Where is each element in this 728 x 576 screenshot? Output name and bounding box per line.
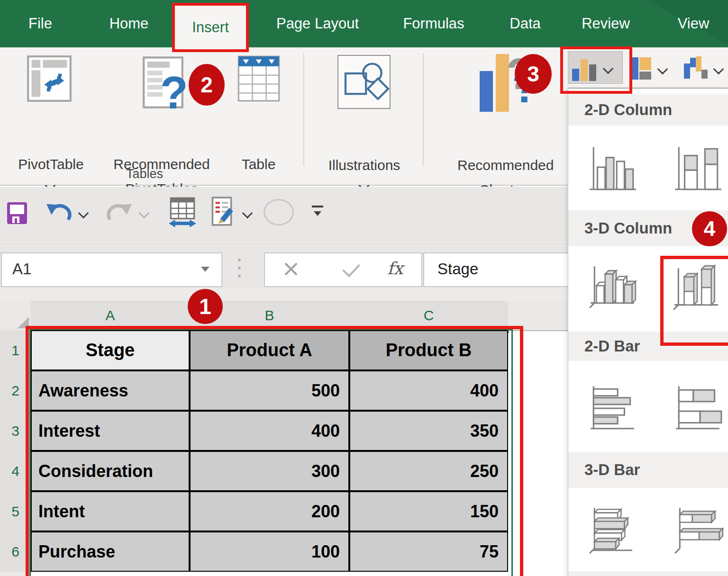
ribbon-tab-bar: File Home Page Layout Formulas Data Revi…	[0, 0, 728, 47]
customize-quick-access-icon[interactable]	[314, 211, 321, 216]
annotation-badge-3: 3	[515, 54, 552, 94]
group-separator	[423, 53, 424, 166]
annotation-box-3d-stacked-column	[660, 256, 728, 346]
name-box[interactable]: A1	[1, 252, 222, 287]
insert-function-fx-icon[interactable]: fx	[387, 253, 403, 284]
enter-check-icon[interactable]	[342, 259, 360, 278]
clustered-bar-icon[interactable]	[586, 382, 639, 435]
ribbon-tab-file[interactable]: File	[28, 0, 52, 47]
3d-clustered-column-icon[interactable]	[586, 261, 639, 314]
ribbon-tab-data[interactable]: Data	[510, 0, 540, 47]
recommended-charts-icon[interactable]	[480, 71, 493, 112]
3d-clustered-bar-icon[interactable]	[586, 503, 639, 556]
formula-bar-value: Stage	[437, 253, 478, 284]
pivottable-icon[interactable]	[27, 55, 72, 102]
insert-waterfall-chart-icon	[690, 58, 696, 67]
insert-hierarchy-chart-button[interactable]	[629, 57, 651, 80]
ribbon-tab-view[interactable]: View	[678, 0, 710, 47]
excel-window: File Home Page Layout Formulas Data Revi…	[0, 0, 728, 576]
save-icon[interactable]	[7, 202, 27, 224]
annotation-badge-2: 2	[189, 64, 225, 106]
section-2d-column: 2-D Column	[568, 94, 728, 126]
customize-quick-access-icon[interactable]	[312, 206, 323, 207]
undo-dropdown-chevron-icon[interactable]	[80, 209, 87, 219]
recommended-charts-button[interactable]: Recommended	[457, 157, 543, 173]
name-box-value: A1	[12, 253, 31, 284]
name-box-dropdown-icon[interactable]	[201, 267, 209, 272]
insert-hierarchy-chart-icon	[639, 57, 651, 70]
insert-waterfall-chart-icon	[696, 56, 701, 72]
annotation-badge-1: 1	[188, 289, 223, 324]
ribbon-tab-page-layout[interactable]: Page Layout	[276, 0, 359, 47]
insert-waterfall-chart-icon	[701, 70, 708, 79]
insert-waterfall-chart-icon	[684, 63, 690, 79]
stacked-column-icon[interactable]	[671, 143, 724, 196]
section-next-partial	[568, 571, 728, 576]
oval-shape-icon[interactable]	[264, 199, 294, 225]
insert-waterfall-chart-button[interactable]	[684, 56, 708, 79]
undo-icon[interactable]	[46, 200, 73, 225]
waterfall-chart-chevron-icon[interactable]	[715, 65, 722, 75]
clustered-column-icon[interactable]	[586, 143, 639, 196]
ribbon-tab-insert-active[interactable]: Insert	[172, 3, 249, 52]
tables-group-label: Tables	[73, 167, 216, 181]
formula-buttons-box: fx	[264, 252, 422, 287]
3d-stacked-bar-icon[interactable]	[671, 503, 724, 556]
form-edit-icon[interactable]	[208, 196, 236, 229]
ribbon-tab-insert-label: Insert	[192, 19, 229, 36]
chart-type-dropdown: 2-D Column 3-D Column 2-D Bar 3-D Bar	[568, 88, 728, 576]
cancel-icon[interactable]	[284, 262, 298, 276]
formula-bar-drag-dots-icon[interactable]	[238, 275, 241, 278]
annotation-box-chart-button	[560, 46, 632, 94]
formula-bar-drag-dots-icon[interactable]	[238, 267, 241, 270]
ribbon-tab-home[interactable]: Home	[109, 0, 149, 47]
autofit-column-width-icon[interactable]	[167, 196, 198, 230]
question-mark-icon: ?	[160, 70, 188, 116]
redo-dropdown-chevron-icon[interactable]	[140, 209, 148, 219]
annotation-badge-4: 4	[692, 211, 727, 246]
insert-hierarchy-chart-icon	[639, 72, 651, 80]
form-dropdown-chevron-icon[interactable]	[244, 209, 251, 219]
stacked-bar-icon[interactable]	[671, 382, 724, 435]
section-3d-bar: 3-D Bar	[568, 452, 728, 488]
illustrations-icon[interactable]	[337, 55, 391, 109]
ribbon-tab-formulas[interactable]: Formulas	[403, 0, 464, 47]
table-icon[interactable]	[237, 55, 281, 102]
illustrations-button[interactable]: Illustrations	[325, 157, 403, 173]
group-separator	[303, 53, 304, 166]
hierarchy-chart-chevron-icon[interactable]	[659, 65, 666, 75]
redo-icon[interactable]	[105, 200, 133, 225]
annotation-box-table	[26, 326, 523, 576]
formula-bar-drag-dots-icon[interactable]	[238, 259, 241, 261]
formula-bar-input[interactable]: Stage	[423, 252, 570, 287]
ribbon-tab-review[interactable]: Review	[582, 0, 630, 47]
sheet-top-gap	[0, 288, 568, 301]
table-button[interactable]: Table	[231, 156, 286, 172]
